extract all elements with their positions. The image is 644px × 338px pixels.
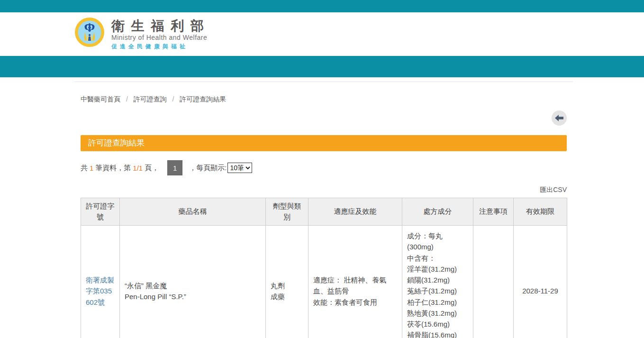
- cell-license-no: 衛署成製字第035602號: [81, 226, 120, 338]
- table-header-row: 許可證字號 藥品名稱 劑型與類別 適應症及效能 處方成分 注意事項 有效期限: [81, 198, 567, 226]
- mohw-logo-icon: [74, 17, 105, 47]
- drug-name-en: Pen-Long Pill “S.P.”: [125, 291, 261, 302]
- total-suffix: 筆資料，第: [95, 164, 131, 173]
- ingredient-line: 成分：每丸(300mg): [407, 230, 468, 253]
- cell-expiry-date: 2028-11-29: [514, 226, 567, 338]
- header-license-no: 許可證字號: [81, 198, 120, 226]
- cell-dosage-form: 丸劑 成藥: [266, 226, 308, 338]
- page-indicator: 1/1: [133, 164, 143, 172]
- main-nav-bar[interactable]: [0, 56, 644, 77]
- results-table: 許可證字號 藥品名稱 劑型與類別 適應症及效能 處方成分 注意事項 有效期限 衛…: [81, 198, 567, 338]
- cell-drug-name: “永信” 黑金魔 Pen-Long Pill “S.P.”: [120, 226, 266, 338]
- arrow-left-icon: [555, 115, 563, 121]
- site-title: 衛 生 福 利 部: [111, 19, 207, 33]
- page-suffix: 頁，: [145, 164, 159, 173]
- ingredient-line: 菟絲子(31.2mg): [407, 285, 468, 296]
- header-notes: 注意事項: [473, 198, 514, 226]
- ingredient-line: 茯苓(15.6mg): [407, 319, 468, 329]
- efficacy-text: 效能：素食者可食用: [313, 297, 397, 308]
- breadcrumb-separator: /: [126, 95, 128, 103]
- header-dosage-form: 劑型與類別: [266, 198, 308, 226]
- breadcrumb: 中醫藥司首頁 / 許可證查詢 / 許可證查詢結果: [81, 95, 567, 104]
- cell-ingredients: 成分：每丸(300mg) 中含有： 淫羊藿(31.2mg) 鎖陽(31.2mg)…: [402, 226, 473, 338]
- indication-text: 適應症： 壯精神、養氣血、益筋骨: [313, 276, 386, 295]
- ingredient-line: 柏子仁(31.2mg): [407, 297, 468, 308]
- ingredient-line: 淫羊藿(31.2mg): [407, 264, 468, 274]
- ingredient-line: 鎖陽(31.2mg): [407, 274, 468, 285]
- export-csv-link[interactable]: 匯出CSV: [540, 186, 567, 193]
- header-expiry: 有效期限: [514, 198, 567, 226]
- ingredient-line: 熟地黃(31.2mg): [407, 308, 468, 319]
- cell-notes: [473, 226, 514, 338]
- breadcrumb-separator: /: [172, 95, 174, 103]
- drug-name-zh: “永信” 黑金魔: [125, 280, 261, 291]
- section-title-bar: 許可證查詢結果: [81, 135, 567, 151]
- header-drug-name: 藥品名稱: [120, 198, 266, 226]
- drug-category: 成藥: [271, 291, 303, 302]
- content-area: 中醫藥司首頁 / 許可證查詢 / 許可證查詢結果 許可證查詢結果 共 1 筆資料…: [74, 82, 573, 338]
- header-indication: 適應症及效能: [308, 198, 402, 226]
- page-number-button[interactable]: 1: [167, 160, 182, 175]
- per-page-select[interactable]: 10筆: [227, 163, 252, 173]
- site-tagline: 促進全民健康與福祉: [111, 43, 207, 51]
- total-prefix: 共: [81, 164, 88, 173]
- dosage-form: 丸劑: [271, 280, 303, 291]
- per-page-label: ，每頁顯示:: [189, 164, 227, 173]
- breadcrumb-current: 許可證查詢結果: [180, 95, 226, 103]
- back-button[interactable]: [552, 110, 567, 126]
- header-ingredients: 處方成分: [402, 198, 473, 226]
- pagination-bar: 共 1 筆資料，第 1/1 頁， 1 ，每頁顯示: 10筆: [81, 160, 567, 175]
- top-teal-strip: [0, 0, 644, 12]
- ingredient-line: 中含有：: [407, 253, 468, 264]
- breadcrumb-home[interactable]: 中醫藥司首頁: [81, 95, 120, 103]
- site-subtitle: Ministry of Health and Welfare: [111, 34, 207, 41]
- table-row: 衛署成製字第035602號 “永信” 黑金魔 Pen-Long Pill “S.…: [81, 226, 567, 338]
- breadcrumb-license-query[interactable]: 許可證查詢: [134, 95, 167, 103]
- license-number-link[interactable]: 衛署成製字第035602號: [86, 276, 114, 306]
- total-count: 1: [90, 164, 93, 172]
- cell-indication: 適應症： 壯精神、養氣血、益筋骨 效能：素食者可食用: [308, 226, 402, 338]
- ingredient-line: 補骨脂(15.6mg): [407, 329, 468, 338]
- site-header: 衛 生 福 利 部 Ministry of Health and Welfare…: [0, 12, 644, 56]
